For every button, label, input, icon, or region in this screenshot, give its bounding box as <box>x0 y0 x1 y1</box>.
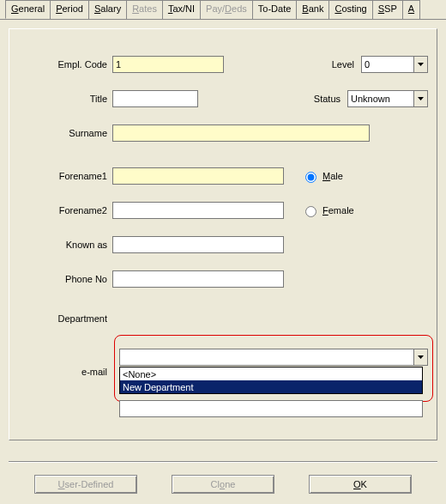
radio-male-input[interactable] <box>305 172 316 183</box>
button-row: User-Defined Clone OK <box>0 475 446 494</box>
svg-marker-1 <box>418 97 424 100</box>
tab-ssp[interactable]: SSP <box>372 0 403 19</box>
label-department: Department <box>18 313 112 324</box>
chevron-down-icon[interactable] <box>413 349 427 365</box>
status-value[interactable] <box>348 91 413 106</box>
surname-input[interactable] <box>112 124 370 142</box>
label-known-as: Known as <box>18 240 112 250</box>
status-combo[interactable] <box>347 90 428 107</box>
radio-female[interactable]: Female <box>301 203 354 217</box>
label-forename1: Forename1 <box>18 171 112 181</box>
clone-button[interactable]: Clone <box>172 475 274 494</box>
tab-salary[interactable]: Salary <box>88 0 127 19</box>
radio-female-label: Female <box>322 205 354 216</box>
form-panel: Empl. Code Level Title Status <box>9 28 437 440</box>
tab-general[interactable]: General <box>5 0 51 19</box>
tab-row: General Period Salary Rates Tax/NI Pay/D… <box>5 0 446 19</box>
tab-taxni[interactable]: Tax/NI <box>162 0 201 19</box>
title-input[interactable] <box>112 90 198 107</box>
radio-male[interactable]: Male <box>301 169 343 183</box>
department-dropdown-list[interactable]: <None> New Department <box>119 367 423 394</box>
svg-marker-0 <box>418 63 424 66</box>
tab-bank[interactable]: Bank <box>296 0 329 19</box>
chevron-down-icon[interactable] <box>413 91 427 106</box>
label-email: e-mail <box>18 367 112 377</box>
department-option-none[interactable]: <None> <box>120 367 422 380</box>
label-status: Status <box>314 94 341 104</box>
user-defined-button[interactable]: User-Defined <box>34 475 137 494</box>
tab-paydeds[interactable]: Pay/Deds <box>200 0 253 19</box>
department-option-new[interactable]: New Department <box>120 380 422 393</box>
divider <box>9 461 437 463</box>
label-title: Title <box>18 94 112 104</box>
forename1-input[interactable] <box>112 167 284 185</box>
radio-female-input[interactable] <box>305 206 316 217</box>
ok-button[interactable]: OK <box>309 475 412 494</box>
label-surname: Surname <box>18 128 112 138</box>
known-as-input[interactable] <box>112 236 284 253</box>
tab-todate[interactable]: To-Date <box>252 0 298 19</box>
level-value[interactable] <box>362 57 413 72</box>
level-combo[interactable] <box>361 56 428 73</box>
tab-period[interactable]: Period <box>50 0 89 19</box>
radio-male-label: Male <box>322 171 343 181</box>
tab-rates[interactable]: Rates <box>126 0 163 19</box>
svg-marker-2 <box>418 355 424 359</box>
tab-costing[interactable]: Costing <box>328 0 372 19</box>
empl-code-input[interactable] <box>112 56 224 73</box>
chevron-down-icon[interactable] <box>413 57 427 72</box>
tab-a[interactable]: A <box>402 0 420 19</box>
label-empl-code: Empl. Code <box>18 59 112 70</box>
email-input[interactable] <box>119 400 423 417</box>
phone-no-input[interactable] <box>112 270 284 288</box>
department-combo[interactable] <box>119 349 428 366</box>
forename2-input[interactable] <box>112 202 284 219</box>
department-value[interactable] <box>120 349 413 365</box>
label-forename2: Forename2 <box>18 205 112 216</box>
label-phone-no: Phone No <box>18 274 112 284</box>
label-level: Level <box>332 59 354 70</box>
